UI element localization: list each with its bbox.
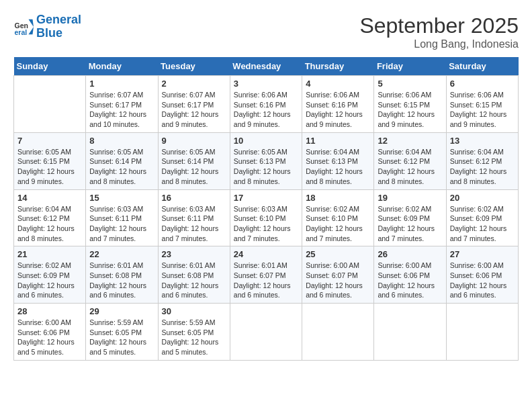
day-info: Sunrise: 6:04 AMSunset: 6:13 PMDaylight:…	[306, 147, 370, 187]
day-number: 17	[234, 193, 298, 203]
svg-marker-2	[29, 19, 34, 35]
logo-general: General	[36, 13, 81, 26]
day-number: 30	[162, 306, 226, 316]
calendar-cell: 12Sunrise: 6:04 AMSunset: 6:12 PMDayligh…	[374, 132, 446, 189]
day-info: Sunrise: 5:59 AMSunset: 6:05 PMDaylight:…	[89, 318, 154, 357]
day-number: 8	[89, 136, 154, 146]
day-number: 1	[89, 79, 154, 89]
day-number: 27	[450, 249, 515, 259]
calendar-cell	[230, 304, 302, 361]
day-info: Sunrise: 6:05 AMSunset: 6:15 PMDaylight:…	[17, 147, 82, 187]
day-info: Sunrise: 6:05 AMSunset: 6:13 PMDaylight:…	[234, 147, 298, 187]
calendar-week-5: 28Sunrise: 6:00 AMSunset: 6:06 PMDayligh…	[14, 304, 519, 361]
svg-text:eral: eral	[15, 28, 28, 36]
day-info: Sunrise: 6:02 AMSunset: 6:09 PMDaylight:…	[17, 261, 82, 300]
calendar-cell: 7Sunrise: 6:05 AMSunset: 6:15 PMDaylight…	[14, 132, 86, 189]
calendar-header: SundayMondayTuesdayWednesdayThursdayFrid…	[14, 57, 519, 76]
day-info: Sunrise: 6:06 AMSunset: 6:15 PMDaylight:…	[378, 90, 442, 130]
calendar-cell: 22Sunrise: 6:01 AMSunset: 6:08 PMDayligh…	[86, 246, 158, 304]
logo-blue: Blue	[36, 26, 62, 40]
calendar-cell: 30Sunrise: 5:59 AMSunset: 6:05 PMDayligh…	[158, 304, 230, 361]
calendar-cell: 3Sunrise: 6:06 AMSunset: 6:16 PMDaylight…	[230, 76, 302, 133]
day-info: Sunrise: 6:01 AMSunset: 6:07 PMDaylight:…	[234, 261, 298, 300]
location: Long Bang, Indonesia	[359, 38, 519, 50]
title-block: September 2025 Long Bang, Indonesia	[359, 13, 519, 50]
day-number: 15	[89, 193, 154, 203]
day-info: Sunrise: 6:01 AMSunset: 6:08 PMDaylight:…	[89, 261, 154, 300]
calendar-cell: 11Sunrise: 6:04 AMSunset: 6:13 PMDayligh…	[302, 132, 374, 189]
weekday-thursday: Thursday	[302, 57, 374, 76]
calendar-cell: 13Sunrise: 6:04 AMSunset: 6:12 PMDayligh…	[446, 132, 518, 189]
day-info: Sunrise: 6:05 AMSunset: 6:14 PMDaylight:…	[89, 147, 154, 187]
day-info: Sunrise: 6:00 AMSunset: 6:06 PMDaylight:…	[17, 318, 82, 357]
calendar-cell: 14Sunrise: 6:04 AMSunset: 6:12 PMDayligh…	[14, 189, 86, 246]
day-number: 12	[378, 136, 442, 146]
weekday-friday: Friday	[374, 57, 446, 76]
day-info: Sunrise: 6:06 AMSunset: 6:15 PMDaylight:…	[450, 90, 515, 130]
day-number: 28	[17, 306, 82, 316]
day-info: Sunrise: 6:02 AMSunset: 6:09 PMDaylight:…	[378, 204, 442, 244]
calendar-cell	[446, 304, 518, 361]
day-info: Sunrise: 6:04 AMSunset: 6:12 PMDaylight:…	[17, 204, 82, 244]
calendar-cell	[14, 76, 86, 133]
day-info: Sunrise: 5:59 AMSunset: 6:05 PMDaylight:…	[162, 318, 226, 357]
weekday-header-row: SundayMondayTuesdayWednesdayThursdayFrid…	[14, 57, 519, 76]
calendar-cell: 20Sunrise: 6:02 AMSunset: 6:09 PMDayligh…	[446, 189, 518, 246]
day-number: 16	[162, 193, 226, 203]
day-number: 22	[89, 249, 154, 259]
logo-text: General Blue	[36, 13, 81, 40]
calendar-cell: 9Sunrise: 6:05 AMSunset: 6:14 PMDaylight…	[158, 132, 230, 189]
day-info: Sunrise: 6:04 AMSunset: 6:12 PMDaylight:…	[450, 147, 515, 187]
calendar-cell: 10Sunrise: 6:05 AMSunset: 6:13 PMDayligh…	[230, 132, 302, 189]
calendar-cell	[374, 304, 446, 361]
day-info: Sunrise: 6:05 AMSunset: 6:14 PMDaylight:…	[162, 147, 226, 187]
day-number: 5	[378, 79, 442, 89]
calendar-cell: 19Sunrise: 6:02 AMSunset: 6:09 PMDayligh…	[374, 189, 446, 246]
calendar-cell: 5Sunrise: 6:06 AMSunset: 6:15 PMDaylight…	[374, 76, 446, 133]
logo-icon: Gen eral	[13, 17, 34, 37]
calendar-cell: 21Sunrise: 6:02 AMSunset: 6:09 PMDayligh…	[14, 246, 86, 304]
day-info: Sunrise: 6:02 AMSunset: 6:09 PMDaylight:…	[450, 204, 515, 244]
calendar-cell: 16Sunrise: 6:03 AMSunset: 6:11 PMDayligh…	[158, 189, 230, 246]
calendar-cell: 27Sunrise: 6:00 AMSunset: 6:06 PMDayligh…	[446, 246, 518, 304]
calendar-cell: 23Sunrise: 6:01 AMSunset: 6:08 PMDayligh…	[158, 246, 230, 304]
day-number: 4	[306, 79, 370, 89]
day-info: Sunrise: 6:06 AMSunset: 6:16 PMDaylight:…	[306, 90, 370, 130]
day-info: Sunrise: 6:06 AMSunset: 6:16 PMDaylight:…	[234, 90, 298, 130]
day-info: Sunrise: 6:02 AMSunset: 6:10 PMDaylight:…	[306, 204, 370, 244]
calendar-cell: 1Sunrise: 6:07 AMSunset: 6:17 PMDaylight…	[86, 76, 158, 133]
weekday-sunday: Sunday	[14, 57, 86, 76]
weekday-monday: Monday	[86, 57, 158, 76]
calendar-cell: 8Sunrise: 6:05 AMSunset: 6:14 PMDaylight…	[86, 132, 158, 189]
calendar-cell: 2Sunrise: 6:07 AMSunset: 6:17 PMDaylight…	[158, 76, 230, 133]
day-number: 7	[17, 136, 82, 146]
calendar-cell: 15Sunrise: 6:03 AMSunset: 6:11 PMDayligh…	[86, 189, 158, 246]
day-number: 20	[450, 193, 515, 203]
calendar-cell: 17Sunrise: 6:03 AMSunset: 6:10 PMDayligh…	[230, 189, 302, 246]
day-number: 9	[162, 136, 226, 146]
day-info: Sunrise: 6:00 AMSunset: 6:06 PMDaylight:…	[378, 261, 442, 300]
day-number: 19	[378, 193, 442, 203]
day-info: Sunrise: 6:07 AMSunset: 6:17 PMDaylight:…	[89, 90, 154, 130]
day-info: Sunrise: 6:07 AMSunset: 6:17 PMDaylight:…	[162, 90, 226, 130]
day-number: 11	[306, 136, 370, 146]
day-number: 18	[306, 193, 370, 203]
calendar-week-1: 1Sunrise: 6:07 AMSunset: 6:17 PMDaylight…	[14, 76, 519, 133]
day-info: Sunrise: 6:01 AMSunset: 6:08 PMDaylight:…	[162, 261, 226, 300]
calendar-cell: 26Sunrise: 6:00 AMSunset: 6:06 PMDayligh…	[374, 246, 446, 304]
day-number: 2	[162, 79, 226, 89]
logo: Gen eral General Blue	[13, 13, 81, 40]
day-number: 24	[234, 249, 298, 259]
day-number: 3	[234, 79, 298, 89]
day-number: 26	[378, 249, 442, 259]
page-header: Gen eral General Blue September 2025 Lon…	[13, 13, 519, 50]
day-number: 14	[17, 193, 82, 203]
calendar-cell: 6Sunrise: 6:06 AMSunset: 6:15 PMDaylight…	[446, 76, 518, 133]
calendar-week-2: 7Sunrise: 6:05 AMSunset: 6:15 PMDaylight…	[14, 132, 519, 189]
calendar-cell: 29Sunrise: 5:59 AMSunset: 6:05 PMDayligh…	[86, 304, 158, 361]
calendar-cell: 25Sunrise: 6:00 AMSunset: 6:07 PMDayligh…	[302, 246, 374, 304]
day-info: Sunrise: 6:03 AMSunset: 6:11 PMDaylight:…	[89, 204, 154, 244]
calendar-cell: 24Sunrise: 6:01 AMSunset: 6:07 PMDayligh…	[230, 246, 302, 304]
day-info: Sunrise: 6:03 AMSunset: 6:10 PMDaylight:…	[234, 204, 298, 244]
weekday-tuesday: Tuesday	[158, 57, 230, 76]
